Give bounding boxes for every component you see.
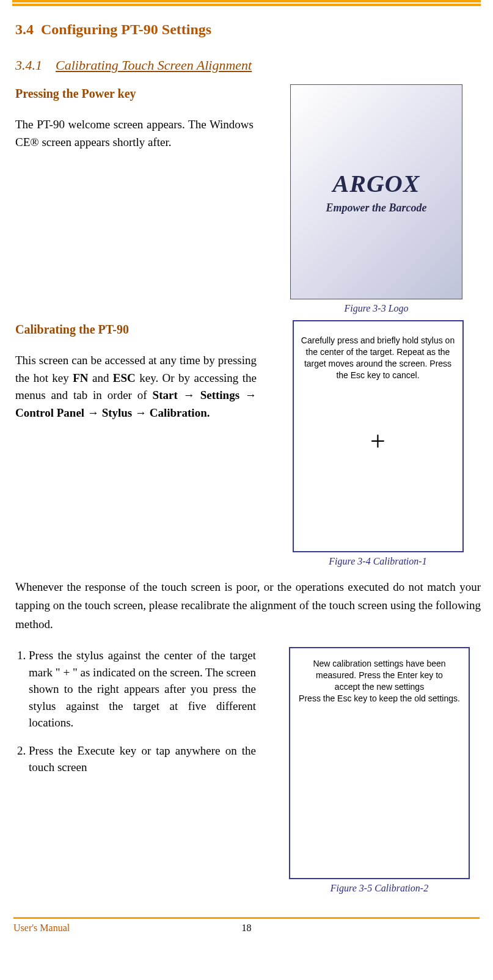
nav-calibration: Calibration. <box>150 406 210 419</box>
page-number: 18 <box>242 923 252 934</box>
block-calibrating: Calibrating the PT-90 This screen can be… <box>15 320 481 567</box>
step-1: Press the stylus against the center of t… <box>29 647 260 731</box>
arrow-icon: → <box>135 406 147 419</box>
calib-mid1: and <box>89 371 113 384</box>
arrow-icon: → <box>87 406 99 419</box>
logo-brand-text: ARGOX <box>333 169 420 198</box>
figure-calib2: New calibration settings have been measu… <box>289 647 470 879</box>
step-2: Press the Execute key or tap anywhere on… <box>29 742 260 776</box>
calib-text-col: Calibrating the PT-90 This screen can be… <box>15 320 257 422</box>
subsection-number: 3.4.1 <box>15 57 42 73</box>
calib-paragraph: This screen can be accessed at any time … <box>15 352 257 422</box>
subsection-heading: 3.4.1 Calibrating Touch Screen Alignment <box>15 57 481 73</box>
calib2-l2: measured. Press the Enter key to <box>316 670 443 680</box>
page-content: 3.4 Configuring PT-90 Settings 3.4.1 Cal… <box>0 6 493 906</box>
calib2-msg: New calibration settings have been measu… <box>296 658 462 704</box>
recalibrate-paragraph: Whenever the response of the touch scree… <box>15 578 481 634</box>
logo-tagline: Empower the Barcode <box>326 202 427 214</box>
nav-stylus: Stylus <box>102 406 133 419</box>
footer-text: User's Manual <box>13 923 70 934</box>
figure-logo-caption: Figure 3-3 Logo <box>344 303 408 314</box>
calib1-msg: Carefully press and briefly hold stylus … <box>294 335 462 381</box>
calib2-l1: New calibration settings have been <box>313 659 445 668</box>
figure-calib2-wrap: New calibration settings have been measu… <box>278 647 481 894</box>
arrow-icon: → <box>245 389 257 401</box>
page-footer: User's Manual 18 <box>0 923 493 946</box>
section-title: Configuring PT-90 Settings <box>41 21 211 37</box>
crosshair-icon: + <box>370 428 385 455</box>
block-power-text: Pressing the Power key The PT-90 welcome… <box>15 84 254 151</box>
section-number: 3.4 <box>15 21 34 37</box>
steps-col: Press the stylus against the center of t… <box>15 647 260 787</box>
power-paragraph: The PT-90 welcome screen appears. The Wi… <box>15 116 254 151</box>
steps-list: Press the stylus against the center of t… <box>15 647 260 776</box>
figure-logo: ARGOX Empower the Barcode <box>290 84 462 299</box>
subsection-title: Calibrating Touch Screen Alignment <box>56 57 252 73</box>
block-power-key: Pressing the Power key The PT-90 welcome… <box>15 84 481 314</box>
footer-rule <box>13 917 480 919</box>
nav-settings: Settings <box>200 389 239 401</box>
figure-logo-wrap: ARGOX Empower the Barcode Figure 3-3 Log… <box>272 84 481 314</box>
figure-calib1: Carefully press and briefly hold stylus … <box>293 320 464 552</box>
nav-start: Start <box>153 389 178 401</box>
nav-control-panel: Control Panel <box>15 406 84 419</box>
calib2-l3: accept the new settings <box>335 682 424 692</box>
footer-spacer <box>477 923 480 934</box>
figure-calib1-caption: Figure 3-4 Calibration-1 <box>329 556 426 567</box>
calib2-l4: Press the Esc key to keep the old settin… <box>299 693 460 703</box>
power-heading: Pressing the Power key <box>15 84 254 103</box>
section-heading: 3.4 Configuring PT-90 Settings <box>15 21 481 38</box>
calib-heading: Calibrating the PT-90 <box>15 320 257 338</box>
block-steps: Press the stylus against the center of t… <box>15 647 481 894</box>
arrow-icon: → <box>183 389 195 401</box>
key-esc: ESC <box>113 371 136 384</box>
figure-calib1-wrap: Carefully press and briefly hold stylus … <box>275 320 481 567</box>
header-rule <box>12 0 481 6</box>
figure-calib2-caption: Figure 3-5 Calibration-2 <box>330 883 428 894</box>
key-fn: FN <box>73 371 88 384</box>
